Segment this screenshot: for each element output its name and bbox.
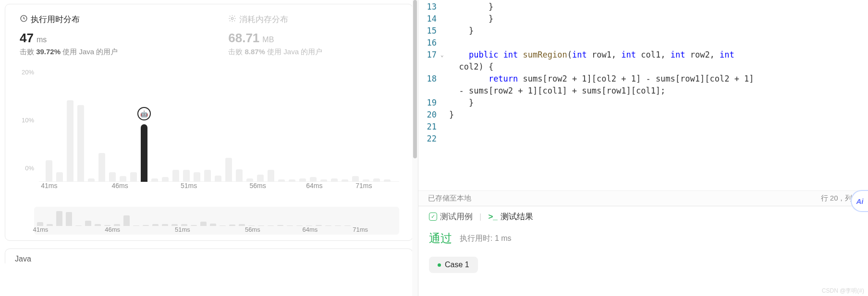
- clock-icon: [20, 14, 28, 25]
- chart-bar[interactable]: [46, 160, 52, 182]
- fold-icon[interactable]: ⌄: [440, 49, 449, 61]
- code-line: 22: [418, 133, 868, 145]
- chart-bar[interactable]: [98, 153, 105, 182]
- chart-bar[interactable]: [130, 172, 137, 182]
- memory-beats: 击败 8.87% 使用 Java 的用户: [228, 47, 322, 57]
- status-dot-icon: [438, 263, 441, 267]
- code-line: 16: [418, 37, 868, 49]
- memory-unit: MB: [262, 36, 274, 44]
- runtime-label: 执行用时: 1 ms: [460, 234, 512, 244]
- code-line: 21: [418, 121, 868, 133]
- mini-chart[interactable]: 41ms46ms51ms56ms64ms71ms: [34, 207, 399, 235]
- runtime-stats[interactable]: 执行用时分布 47 ms 击败 39.72% 使用 Java 的用户: [20, 14, 118, 57]
- chart-bar[interactable]: [120, 176, 126, 182]
- chart-bar[interactable]: [77, 105, 84, 182]
- code-line: 14 }: [418, 13, 868, 25]
- chart-bar[interactable]: [236, 169, 243, 182]
- left-scrollbar[interactable]: [412, 0, 418, 296]
- language-box: Java: [5, 249, 413, 263]
- chart-bar[interactable]: [67, 100, 73, 182]
- chart-bar[interactable]: [204, 170, 211, 182]
- chart-bar[interactable]: [257, 175, 264, 182]
- terminal-icon: >_: [488, 212, 497, 222]
- status-bar: 已存储至本地 行 20，列 2: [418, 190, 868, 206]
- chart-bar[interactable]: [310, 177, 317, 182]
- chart-bar[interactable]: [268, 170, 274, 182]
- code-line: 19 }: [418, 97, 868, 109]
- runtime-beats: 击败 39.72% 使用 Java 的用户: [20, 47, 118, 57]
- check-icon: ✓: [429, 213, 437, 221]
- code-line: 20}: [418, 109, 868, 121]
- memory-stats[interactable]: 消耗内存分布 68.71 MB 击败 8.87% 使用 Java 的用户: [228, 14, 322, 57]
- runtime-value: 47: [20, 31, 34, 46]
- svg-point-1: [232, 17, 233, 19]
- chart-bar[interactable]: [151, 178, 158, 182]
- memory-title: 消耗内存分布: [239, 14, 288, 25]
- code-line: 18 return sums[row2 + 1][col2 + 1] - sum…: [418, 73, 868, 85]
- chart-bar[interactable]: [331, 178, 338, 182]
- watermark: CSDN @李明(#): [822, 287, 864, 295]
- chart-bar[interactable]: [109, 172, 116, 182]
- saved-status: 已存储至本地: [428, 194, 471, 203]
- chart-bar[interactable]: [56, 172, 63, 182]
- tab-testcase[interactable]: ✓ 测试用例: [429, 211, 473, 222]
- chart-bar[interactable]: [194, 172, 200, 182]
- chart-bar[interactable]: [162, 177, 169, 182]
- code-line: 17⌄ public int sumRegion(int row1, int c…: [418, 49, 868, 61]
- code-line: 15 }: [418, 25, 868, 37]
- chart-bar[interactable]: [352, 176, 359, 182]
- case-1-pill[interactable]: Case 1: [429, 257, 478, 273]
- tab-divider: |: [479, 212, 481, 222]
- code-line: 13 }: [418, 1, 868, 13]
- memory-icon: [228, 14, 236, 25]
- pass-status: 通过: [429, 231, 452, 246]
- chart-bar[interactable]: [215, 176, 221, 182]
- chart-bar[interactable]: [299, 178, 306, 182]
- chart-bar[interactable]: [172, 170, 179, 182]
- runtime-unit: ms: [37, 36, 47, 44]
- runtime-title: 执行用时分布: [31, 14, 80, 25]
- chart-bar[interactable]: [246, 178, 253, 182]
- chart-bar[interactable]: [88, 178, 95, 182]
- memory-value: 68.71: [228, 31, 259, 46]
- runtime-chart: 0%10%20% 🤖 41ms46ms51ms56ms64ms71ms: [20, 76, 399, 191]
- chart-bar[interactable]: 🤖: [141, 124, 147, 182]
- tab-result[interactable]: >_ 测试结果: [488, 211, 533, 222]
- chart-bar[interactable]: [373, 178, 380, 182]
- stats-card: 执行用时分布 47 ms 击败 39.72% 使用 Java 的用户 消耗: [5, 4, 413, 241]
- code-editor[interactable]: 13 }14 }15 }1617⌄ public int sumRegion(i…: [418, 0, 868, 190]
- chart-bar[interactable]: [225, 158, 232, 182]
- marker-icon: 🤖: [137, 107, 151, 120]
- chart-bar[interactable]: [183, 170, 190, 182]
- result-panel: ✓ 测试用例 | >_ 测试结果 通过 执行用时: 1 ms Case 1: [418, 206, 868, 296]
